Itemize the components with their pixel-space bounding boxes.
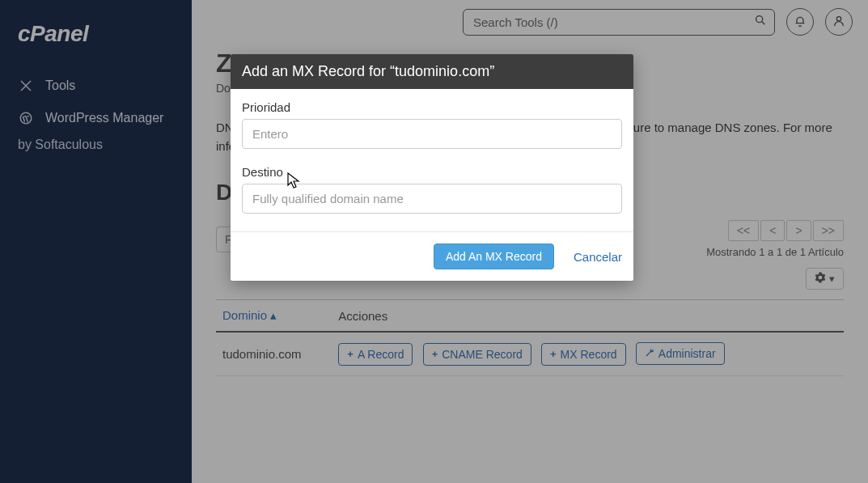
modal-title: Add an MX Record for “tudominio.com” xyxy=(231,54,633,89)
modal-add-mx: Add an MX Record for “tudominio.com” Pri… xyxy=(231,54,633,281)
modal-footer: Add An MX Record Cancelar xyxy=(231,231,633,281)
priority-input[interactable] xyxy=(242,119,622,149)
add-mx-submit-button[interactable]: Add An MX Record xyxy=(434,244,554,269)
priority-label: Prioridad xyxy=(242,100,622,114)
modal-body: Prioridad Destino xyxy=(231,89,633,231)
cancel-button[interactable]: Cancelar xyxy=(574,250,622,264)
destination-label: Destino xyxy=(242,165,622,179)
destination-input[interactable] xyxy=(242,184,622,214)
